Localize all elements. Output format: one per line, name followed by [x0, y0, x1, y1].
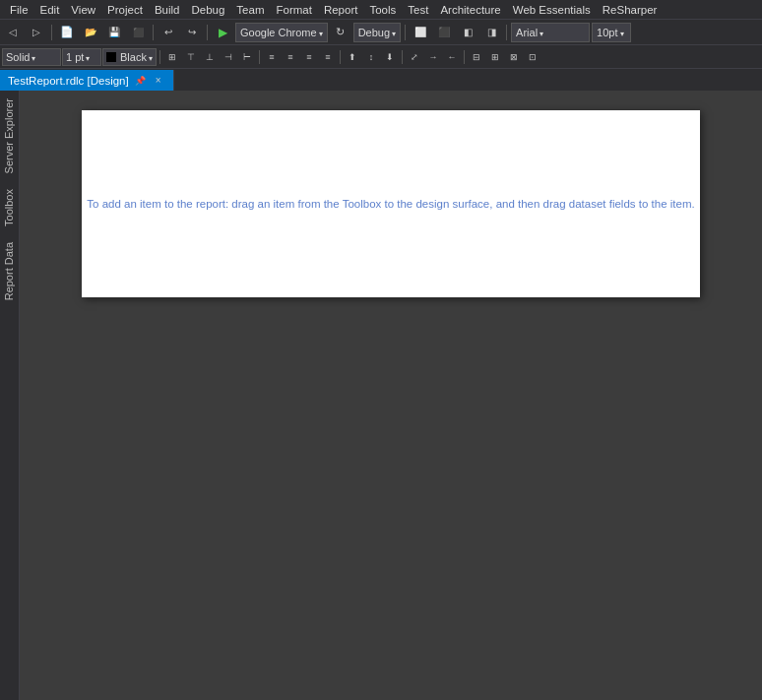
valign-top-button[interactable]: ⬆ [344, 48, 361, 66]
close-tab-button[interactable]: × [152, 74, 165, 88]
valign-top-icon: ⬆ [349, 52, 356, 62]
more-format-4[interactable]: ⊡ [524, 48, 541, 66]
valign-bottom-button[interactable]: ⬇ [381, 48, 399, 66]
font-chevron-icon [540, 27, 543, 38]
undo-icon: ↩ [164, 27, 172, 37]
indent-button[interactable]: → [424, 48, 442, 66]
border-top-icon: ⊤ [187, 52, 195, 62]
save-button[interactable]: 💾 [103, 23, 125, 42]
separator-4 [405, 25, 406, 40]
align-justify-button[interactable]: ≡ [319, 48, 337, 66]
size-to-grid-button[interactable]: ⤢ [406, 48, 423, 66]
border-color-dropdown[interactable]: Black [102, 48, 157, 66]
border-style-chevron-icon [32, 51, 35, 63]
align-center-icon: ≡ [287, 52, 292, 62]
border-width-dropdown[interactable]: 1 pt [62, 48, 101, 66]
align-left-icon: ≡ [269, 52, 274, 62]
menu-view[interactable]: View [65, 2, 101, 18]
more-format-3[interactable]: ⊠ [505, 48, 523, 66]
report-hint-text: To add an item to the report: drag an it… [87, 198, 694, 210]
border-bottom-button[interactable]: ⊥ [201, 48, 219, 66]
menu-build[interactable]: Build [149, 2, 186, 18]
pin-icon[interactable]: 📌 [135, 76, 146, 86]
valign-bottom-icon: ⬇ [386, 52, 394, 62]
outdent-button[interactable]: ← [443, 48, 461, 66]
browser-chevron-icon [319, 27, 323, 38]
align-right-button[interactable]: ≡ [300, 48, 318, 66]
border-all-button[interactable]: ⊞ [163, 48, 181, 66]
border-all-icon: ⊞ [168, 52, 176, 62]
menu-architecture[interactable]: Architecture [434, 2, 506, 18]
design-tab[interactable]: TestReport.rdlc [Design] 📌 × [0, 70, 174, 91]
new-project-button[interactable]: 📄 [56, 23, 78, 42]
align-left-button[interactable]: ≡ [263, 48, 281, 66]
window-btn-1[interactable]: ⬜ [410, 23, 431, 42]
run-button[interactable]: ▶ [212, 23, 233, 42]
border-right-button[interactable]: ⊢ [238, 48, 256, 66]
menu-edit[interactable]: Edit [34, 2, 66, 18]
menu-format[interactable]: Format [270, 2, 317, 18]
more-format-2[interactable]: ⊞ [486, 48, 504, 66]
more-format-icon-2: ⊞ [491, 52, 499, 62]
window-icon-4: ◨ [487, 27, 496, 37]
window-btn-2[interactable]: ⬛ [433, 23, 455, 42]
browser-label: Google Chrome [240, 27, 317, 38]
sidebar-server-explorer[interactable]: Server Explorer [0, 91, 19, 181]
border-color-chevron-icon [149, 51, 153, 63]
new-project-icon: 📄 [60, 26, 74, 38]
border-bottom-icon: ⊥ [206, 52, 214, 62]
more-format-1[interactable]: ⊟ [468, 48, 485, 66]
align-right-icon: ≡ [306, 52, 311, 62]
valign-middle-button[interactable]: ↕ [362, 48, 380, 66]
menu-file[interactable]: File [4, 2, 34, 18]
redo-icon: ↪ [188, 27, 196, 37]
back-button[interactable]: ◁ [2, 23, 24, 42]
config-chevron-icon [392, 27, 396, 38]
menu-web-essentials[interactable]: Web Essentials [507, 2, 597, 18]
fmt-sep-1 [159, 50, 160, 64]
window-icon-3: ◧ [464, 27, 473, 37]
redo-button[interactable]: ↪ [181, 23, 203, 42]
font-size-dropdown[interactable]: 10pt [592, 23, 631, 42]
window-btn-3[interactable]: ◧ [457, 23, 478, 42]
main-area: Server Explorer Toolbox Report Data To a… [0, 91, 762, 700]
menu-team[interactable]: Team [230, 2, 270, 18]
open-button[interactable]: 📂 [80, 23, 101, 42]
canvas-area[interactable]: To add an item to the report: drag an it… [20, 91, 762, 700]
tab-bar: TestReport.rdlc [Design] 📌 × [0, 69, 762, 91]
config-dropdown[interactable]: Debug [353, 23, 401, 42]
menu-resharper[interactable]: ReSharper [597, 2, 664, 18]
sidebar-report-data[interactable]: Report Data [0, 234, 19, 308]
format-toolbar: Solid 1 pt Black ⊞ ⊤ ⊥ ⊣ ⊢ ≡ ≡ ≡ ≡ [0, 45, 762, 69]
fmt-sep-2 [259, 50, 260, 64]
forward-button[interactable]: ▷ [26, 23, 47, 42]
sidebar-toolbox[interactable]: Toolbox [0, 181, 19, 234]
font-dropdown[interactable]: Arial [511, 23, 590, 42]
separator-5 [506, 25, 507, 40]
config-label: Debug [358, 27, 390, 38]
menu-debug[interactable]: Debug [185, 2, 230, 18]
undo-button[interactable]: ↩ [158, 23, 179, 42]
more-format-icon-1: ⊟ [473, 52, 480, 62]
menu-project[interactable]: Project [101, 2, 149, 18]
align-justify-icon: ≡ [325, 52, 330, 62]
menu-tools[interactable]: Tools [363, 2, 402, 18]
browser-dropdown[interactable]: Google Chrome [235, 23, 328, 42]
menu-test[interactable]: Test [402, 2, 434, 18]
border-right-icon: ⊢ [243, 52, 251, 62]
font-size-chevron-icon [620, 27, 624, 38]
menu-report[interactable]: Report [318, 2, 364, 18]
window-icon-1: ⬜ [414, 27, 426, 37]
align-center-button[interactable]: ≡ [282, 48, 299, 66]
menu-bar: File Edit View Project Build Debug Team … [0, 0, 762, 20]
border-top-button[interactable]: ⊤ [182, 48, 200, 66]
font-size-label: 10pt [597, 27, 617, 38]
save-icon: 💾 [108, 27, 120, 37]
save-all-button[interactable]: ⬛ [127, 23, 149, 42]
back-icon: ◁ [9, 27, 17, 37]
border-left-button[interactable]: ⊣ [220, 48, 237, 66]
valign-middle-icon: ↕ [369, 52, 374, 62]
border-style-dropdown[interactable]: Solid [2, 48, 61, 66]
refresh-button[interactable]: ↻ [330, 23, 351, 42]
window-btn-4[interactable]: ◨ [480, 23, 502, 42]
